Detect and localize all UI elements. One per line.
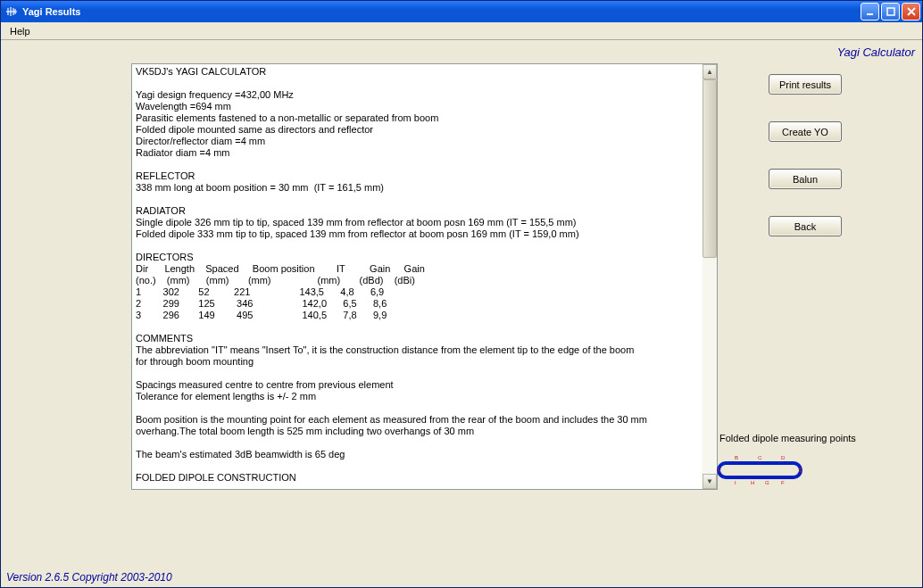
svg-text:F: F <box>781 480 785 485</box>
dipole-caption: Folded dipole measuring points <box>719 433 856 443</box>
svg-text:D: D <box>781 455 786 460</box>
scroll-up-button[interactable]: ▲ <box>703 64 717 79</box>
results-textbox[interactable]: VK5DJ's YAGI CALCULATOR Yagi design freq… <box>131 63 703 490</box>
results-scrollbar[interactable]: ▲ ▼ <box>703 63 718 490</box>
menubar: Help <box>1 22 922 40</box>
svg-text:H: H <box>751 480 754 485</box>
print-results-button[interactable]: Print results <box>769 74 842 95</box>
create-yo-button[interactable]: Create YO <box>769 121 842 142</box>
svg-text:I: I <box>735 480 736 485</box>
svg-text:G: G <box>765 480 769 485</box>
svg-text:C: C <box>758 455 762 460</box>
menu-help[interactable]: Help <box>4 24 36 38</box>
scroll-track[interactable] <box>703 79 717 474</box>
folded-dipole-diagram: A B C D E F G H I <box>715 451 804 488</box>
svg-rect-1 <box>887 8 894 15</box>
svg-rect-0 <box>867 13 873 15</box>
side-buttons: Print results Create YO Balun Back <box>769 74 842 236</box>
svg-text:B: B <box>735 455 738 460</box>
minimize-button[interactable] <box>861 3 879 21</box>
footer-version: Version 2.6.5 Copyright 2003-2010 <box>6 571 172 584</box>
window-buttons <box>861 3 920 21</box>
window-title: Yagi Results <box>22 6 861 17</box>
app-window: Yagi Results Help Yagi Calculator VK5DJ'… <box>0 0 923 588</box>
app-heading: Yagi Calculator <box>837 46 915 59</box>
close-button[interactable] <box>902 3 920 21</box>
svg-text:A: A <box>717 468 720 473</box>
scroll-thumb[interactable] <box>703 79 717 258</box>
back-button[interactable]: Back <box>769 216 842 236</box>
balun-button[interactable]: Balun <box>769 169 842 189</box>
svg-text:E: E <box>799 468 802 473</box>
client-area: Yagi Calculator VK5DJ's YAGI CALCULATOR … <box>1 40 922 587</box>
titlebar: Yagi Results <box>1 1 922 22</box>
app-icon <box>4 4 19 19</box>
maximize-button[interactable] <box>881 3 900 21</box>
